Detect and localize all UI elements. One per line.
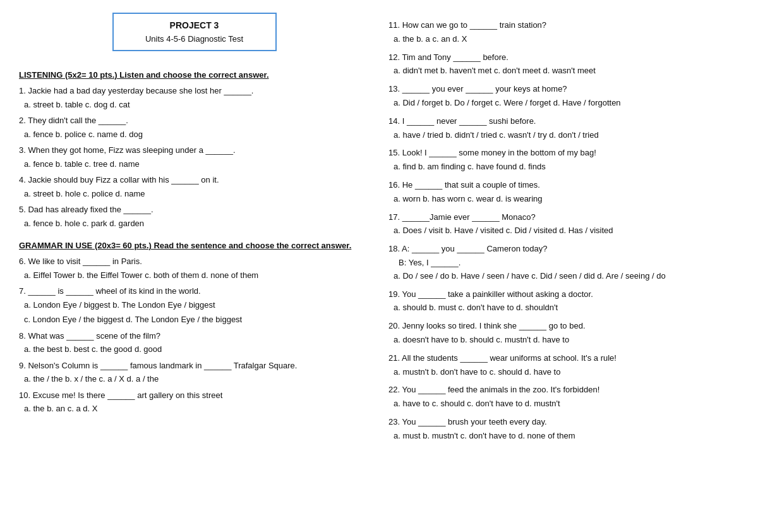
question-16: 16. He ______ that suit a couple of time…: [388, 179, 739, 206]
q23-options: a. must b. mustn't c. don't have to d. n…: [394, 430, 739, 443]
question-9: 9. Nelson's Column is ______ famous land…: [19, 360, 370, 385]
question-5: 5. Dad has already fixed the ______. a. …: [19, 203, 370, 229]
q15-options: a. find b. am finding c. have found d. f…: [394, 160, 739, 174]
question-10: 10. Excuse me! Is there ______ art galle…: [19, 389, 370, 415]
q12-text: 12. Tim and Tony ______ before.: [388, 51, 739, 64]
q3-options: a. fence b. table c. tree d. name: [24, 158, 370, 171]
q4-options: a. street b. hole c. police d. name: [24, 188, 370, 200]
title-box: PROJECT 3 Units 4-5-6 Diagnostic Test: [112, 13, 277, 51]
q15-text: 15. Look! I ______ some money in the bot…: [388, 147, 739, 160]
q4-text: 4. Jackie should buy Fizz a collar with …: [19, 174, 370, 186]
q1-text: 1. Jackie had a bad day yesterday becaus…: [19, 85, 370, 97]
q5-text: 5. Dad has already fixed the ______.: [19, 203, 370, 216]
question-3: 3. When they got home, Fizz was sleeping…: [19, 144, 370, 170]
q14-text: 14. I ______ never ______ sushi before.: [388, 115, 739, 128]
question-14: 14. I ______ never ______ sushi before. …: [388, 115, 739, 142]
question-18: 18. A: ______ you ______ Cameron today? …: [388, 243, 739, 282]
q12-options: a. didn't met b. haven't met c. don't me…: [394, 64, 739, 78]
question-20: 20. Jenny looks so tired. I think she __…: [388, 320, 739, 347]
q8-options: a. the best b. best c. the good d. good: [24, 343, 370, 356]
q11-text: 11. How can we go to ______ train statio…: [388, 19, 739, 32]
sub-title: Units 4-5-6 Diagnostic Test: [126, 34, 263, 44]
q22-options: a. have to c. should c. don't have to d.…: [394, 397, 739, 411]
q18-text-a: 18. A: ______ you ______ Cameron today?: [388, 243, 739, 256]
q18-text-b: B: Yes, I ______.: [399, 257, 739, 270]
question-2: 2. They didn't call the ______. a. fence…: [19, 114, 370, 140]
q17-text: 17. ______Jamie ever ______ Monaco?: [388, 211, 739, 224]
question-19: 19. You ______ take a painkiller without…: [388, 288, 739, 315]
q7-options-a: a. London Eye / biggest b. The London Ey…: [24, 299, 370, 311]
question-6: 6. We like to visit ______ in Paris. a. …: [19, 255, 370, 281]
q2-options: a. fence b. police c. name d. dog: [24, 128, 370, 141]
q9-text: 9. Nelson's Column is ______ famous land…: [19, 360, 370, 372]
question-15: 15. Look! I ______ some money in the bot…: [388, 147, 739, 174]
question-4: 4. Jackie should buy Fizz a collar with …: [19, 174, 370, 200]
question-1: 1. Jackie had a bad day yesterday becaus…: [19, 85, 370, 111]
right-column: 11. How can we go to ______ train statio…: [388, 13, 739, 448]
q6-options: a. Eiffel Tower b. the Eiffel Tower c. b…: [24, 269, 370, 282]
question-17: 17. ______Jamie ever ______ Monaco? a. D…: [388, 211, 739, 238]
q2-text: 2. They didn't call the ______.: [19, 114, 370, 127]
q22-text: 22. You ______ feed the animals in the z…: [388, 384, 739, 397]
q17-options: a. Does / visit b. Have / visited c. Did…: [394, 224, 739, 238]
q18-options: a. Do / see / do b. Have / seen / have c…: [394, 270, 739, 283]
q10-text: 10. Excuse me! Is there ______ art galle…: [19, 389, 370, 402]
question-21: 21. All the students ______ wear uniform…: [388, 352, 739, 379]
q11-options: a. the b. a c. an d. X: [394, 33, 739, 46]
question-13: 13. ______ you ever ______ your keys at …: [388, 83, 739, 110]
listening-header: LISTENING (5x2= 10 pts.) Listen and choo…: [19, 70, 370, 80]
q3-text: 3. When they got home, Fizz was sleeping…: [19, 144, 370, 157]
q20-options: a. doesn't have to b. should c. mustn't …: [394, 334, 739, 347]
q19-options: a. should b. must c. don't have to d. sh…: [394, 301, 739, 315]
q16-text: 16. He ______ that suit a couple of time…: [388, 179, 739, 192]
q5-options: a. fence b. hole c. park d. garden: [24, 217, 370, 230]
q16-options: a. worn b. has worn c. wear d. is wearin…: [394, 193, 739, 206]
q7-text: 7. ______ is ______ wheel of its kind in…: [19, 285, 370, 298]
main-title: PROJECT 3: [126, 20, 263, 30]
q21-options: a. mustn't b. don't have to c. should d.…: [394, 366, 739, 379]
q13-options: a. Did / forget b. Do / forget c. Were /…: [394, 97, 739, 110]
q10-options: a. the b. an c. a d. X: [24, 402, 370, 415]
grammar-header: GRAMMAR IN USE (20x3= 60 pts.) Read the …: [19, 241, 370, 250]
question-7: 7. ______ is ______ wheel of its kind in…: [19, 285, 370, 326]
question-23: 23. You ______ brush your teeth every da…: [388, 416, 739, 443]
q19-text: 19. You ______ take a painkiller without…: [388, 288, 739, 301]
q7-options-b: c. London Eye / the biggest d. The Londo…: [24, 313, 370, 326]
q9-options: a. the / the b. x / the c. a / X d. a / …: [24, 373, 370, 385]
q6-text: 6. We like to visit ______ in Paris.: [19, 255, 370, 268]
question-12: 12. Tim and Tony ______ before. a. didn'…: [388, 51, 739, 78]
page: PROJECT 3 Units 4-5-6 Diagnostic Test LI…: [19, 13, 739, 448]
q20-text: 20. Jenny looks so tired. I think she __…: [388, 320, 739, 333]
q13-text: 13. ______ you ever ______ your keys at …: [388, 83, 739, 96]
q14-options: a. have / tried b. didn't / tried c. was…: [394, 129, 739, 142]
q8-text: 8. What was ______ scene of the film?: [19, 330, 370, 342]
q21-text: 21. All the students ______ wear uniform…: [388, 352, 739, 365]
question-22: 22. You ______ feed the animals in the z…: [388, 384, 739, 411]
q1-options: a. street b. table c. dog d. cat: [24, 99, 370, 111]
question-8: 8. What was ______ scene of the film? a.…: [19, 330, 370, 356]
question-11: 11. How can we go to ______ train statio…: [388, 19, 739, 46]
left-column: PROJECT 3 Units 4-5-6 Diagnostic Test LI…: [19, 13, 370, 448]
q23-text: 23. You ______ brush your teeth every da…: [388, 416, 739, 429]
